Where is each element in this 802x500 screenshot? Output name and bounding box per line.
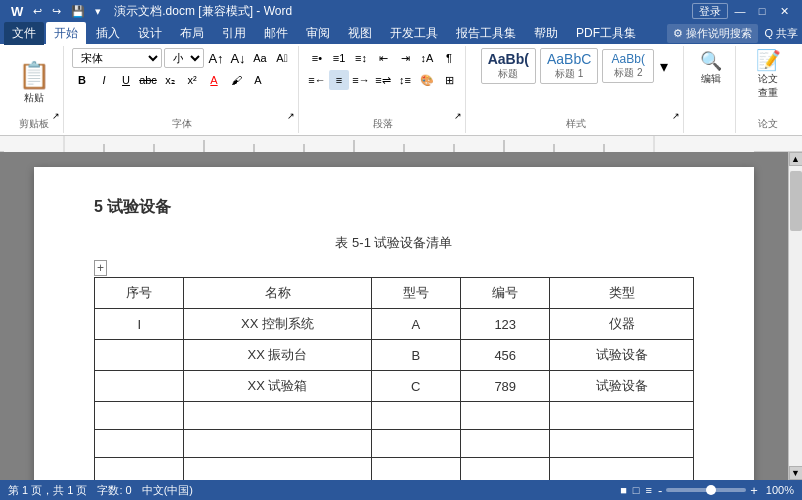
tab-file[interactable]: 文件 [4,22,44,45]
italic-button[interactable]: I [94,70,114,90]
maximize-button[interactable]: □ [752,3,772,19]
show-marks-button[interactable]: ¶ [439,48,459,68]
shading-button[interactable]: A [248,70,268,90]
cell-3-number[interactable]: 789 [461,371,550,402]
scroll-thumb[interactable] [790,171,802,231]
decrease-indent-button[interactable]: ⇤ [373,48,393,68]
style-heading2[interactable]: AaBb( 标题 2 [602,49,654,83]
cell-6-name[interactable] [184,458,371,481]
underline-button[interactable]: U [116,70,136,90]
increase-indent-button[interactable]: ⇥ [395,48,415,68]
numbering-button[interactable]: ≡1 [329,48,349,68]
tab-pdf-tools[interactable]: PDF工具集 [568,22,644,45]
search-help-icon[interactable]: ⚙ 操作说明搜索 [667,24,758,43]
tab-insert[interactable]: 插入 [88,22,128,45]
bold-button[interactable]: B [72,70,92,90]
clipboard-expand-icon[interactable]: ↗ [52,111,60,121]
scroll-down-button[interactable]: ▼ [789,466,803,480]
cell-3-name[interactable]: XX 试验箱 [184,371,371,402]
font-size-selector[interactable]: 小三 [164,48,204,68]
superscript-button[interactable]: x² [182,70,202,90]
minimize-button[interactable]: — [730,3,750,19]
cell-6-type[interactable] [550,458,694,481]
undo-icon[interactable]: ↩ [30,4,45,19]
paste-button[interactable]: 📋 粘贴 [12,56,56,109]
essay-check-button[interactable]: 📝 论文查重 [753,48,784,102]
cell-1-model[interactable]: A [371,309,460,340]
cell-4-type[interactable] [550,402,694,430]
styles-expand-corner-icon[interactable]: ↗ [672,111,680,121]
sort-button[interactable]: ↕A [417,48,437,68]
cell-2-name[interactable]: XX 振动台 [184,340,371,371]
align-right-button[interactable]: ≡→ [351,70,371,90]
cell-6-index[interactable] [95,458,184,481]
bullets-button[interactable]: ≡• [307,48,327,68]
cell-2-index[interactable] [95,340,184,371]
view-read-icon[interactable]: ■ [620,484,627,496]
tab-references[interactable]: 引用 [214,22,254,45]
paragraph-expand-icon[interactable]: ↗ [454,111,462,121]
cell-5-type[interactable] [550,430,694,458]
cell-4-model[interactable] [371,402,460,430]
multilevel-button[interactable]: ≡↕ [351,48,371,68]
cell-4-number[interactable] [461,402,550,430]
cell-1-number[interactable]: 123 [461,309,550,340]
style-title[interactable]: AaBb( 标题 [481,48,536,84]
zoom-slider[interactable] [666,488,746,492]
font-color-button[interactable]: A [204,70,224,90]
style-heading1[interactable]: AaBbC 标题 1 [540,48,598,84]
table-add-icon[interactable]: + [94,259,107,275]
cell-3-index[interactable] [95,371,184,402]
login-button[interactable]: 登录 [692,3,728,19]
save-icon[interactable]: 💾 [68,4,88,19]
cell-4-name[interactable] [184,402,371,430]
clear-format-button[interactable]: A⃝ [272,48,292,68]
view-print-icon[interactable]: □ [633,484,640,496]
tab-review[interactable]: 审阅 [298,22,338,45]
cell-1-name[interactable]: XX 控制系统 [184,309,371,340]
cell-5-number[interactable] [461,430,550,458]
zoom-in-button[interactable]: + [750,483,758,498]
tab-help[interactable]: 帮助 [526,22,566,45]
line-spacing-button[interactable]: ↕≡ [395,70,415,90]
cell-3-model[interactable]: C [371,371,460,402]
cell-4-index[interactable] [95,402,184,430]
increase-font-button[interactable]: A↑ [206,48,226,68]
find-replace-button[interactable]: 🔍 编辑 [696,48,726,88]
cell-6-number[interactable] [461,458,550,481]
share-button[interactable]: Q 共享 [764,26,798,41]
align-center-button[interactable]: ≡ [329,70,349,90]
tab-developer[interactable]: 开发工具 [382,22,446,45]
cell-5-name[interactable] [184,430,371,458]
scroll-up-button[interactable]: ▲ [789,152,803,166]
cell-1-type[interactable]: 仪器 [550,309,694,340]
styles-more-button[interactable]: ▾ [658,55,670,78]
tab-report-tools[interactable]: 报告工具集 [448,22,524,45]
tab-mailings[interactable]: 邮件 [256,22,296,45]
cell-2-number[interactable]: 456 [461,340,550,371]
decrease-font-button[interactable]: A↓ [228,48,248,68]
cell-6-model[interactable] [371,458,460,481]
cell-3-type[interactable]: 试验设备 [550,371,694,402]
justify-button[interactable]: ≡⇌ [373,70,393,90]
redo-icon[interactable]: ↪ [49,4,64,19]
tab-design[interactable]: 设计 [130,22,170,45]
close-button[interactable]: ✕ [774,3,794,19]
tab-layout[interactable]: 布局 [172,22,212,45]
align-left-button[interactable]: ≡← [307,70,327,90]
cell-2-model[interactable]: B [371,340,460,371]
more-quick-icon[interactable]: ▾ [92,4,104,19]
borders-button[interactable]: ⊞ [439,70,459,90]
zoom-out-button[interactable]: - [658,483,662,498]
cell-2-type[interactable]: 试验设备 [550,340,694,371]
cell-5-model[interactable] [371,430,460,458]
font-family-selector[interactable]: 宋体 [72,48,162,68]
change-case-button[interactable]: Aa [250,48,270,68]
highlight-button[interactable]: 🖌 [226,70,246,90]
view-web-icon[interactable]: ≡ [646,484,652,496]
subscript-button[interactable]: x₂ [160,70,180,90]
shading-para-button[interactable]: 🎨 [417,70,437,90]
cell-5-index[interactable] [95,430,184,458]
tab-view[interactable]: 视图 [340,22,380,45]
strikethrough-button[interactable]: abc [138,70,158,90]
